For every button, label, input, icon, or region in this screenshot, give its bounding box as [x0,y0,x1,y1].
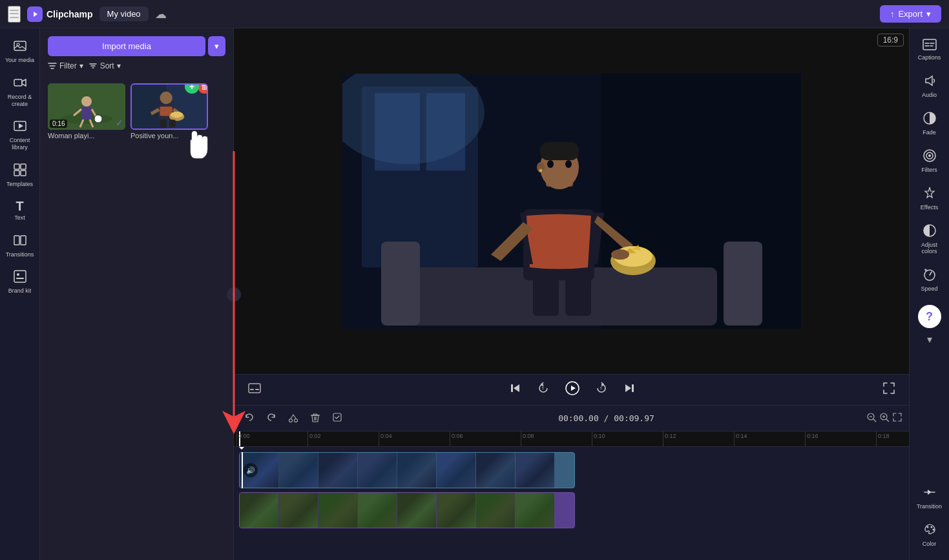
sidebar-item-your-media[interactable]: Your media [2,34,38,69]
clip-thumb-man-6 [437,453,475,488]
export-button[interactable]: ↑ Export ▾ [880,5,941,23]
svg-rect-7 [14,164,19,169]
media-panel: Import media ▾ Filter ▾ Sort ▾ [40,28,234,560]
video-preview [342,74,801,329]
sort-label: Sort [100,61,114,70]
svg-point-18 [81,96,92,107]
sidebar-item-templates[interactable]: Templates [2,158,38,193]
project-tab[interactable]: My video [99,6,149,21]
adjust-colors-icon [923,223,937,240]
zoom-out-button[interactable] [866,412,877,425]
ruler-tick-8: 0:08 [521,431,534,446]
fullscreen-button[interactable] [879,380,899,400]
save-clip-button[interactable] [328,410,346,428]
right-sidebar-item-filters[interactable]: Filters [912,143,948,178]
sidebar-item-label-record-create: Record & create [5,94,36,108]
filter-button[interactable]: Filter ▾ [48,61,83,70]
hamburger-menu-button[interactable]: ☰ [8,6,21,23]
right-sidebar-item-speed[interactable]: Speed [912,262,948,297]
timeline-ruler[interactable]: 0:00 0:02 0:04 0:06 0:08 0:10 0:12 0:14 … [234,431,909,447]
fit-timeline-button[interactable] [892,412,902,425]
track-content-2 [239,492,904,528]
redo-button[interactable] [262,410,280,428]
clip-thumb-man-2 [279,453,318,488]
effects-label: Effects [921,204,938,211]
sort-chevron: ▾ [117,61,121,70]
aspect-ratio-badge[interactable]: 16:9 [877,34,904,47]
undo-button[interactable] [240,410,258,428]
clip-thumb-woman-7 [476,493,515,528]
import-btn-row: Import media ▾ [48,36,225,56]
delete-clip-button[interactable] [306,410,324,428]
sidebar-item-transitions[interactable]: Transitions [2,228,38,264]
import-media-button[interactable]: Import media [48,36,205,56]
speed-label: Speed [921,285,937,292]
svg-point-53 [565,160,572,168]
svg-rect-32 [160,119,167,127]
import-dropdown-button[interactable]: ▾ [208,36,225,56]
skip-to-end-button[interactable] [620,380,639,400]
audio-icon [923,74,937,90]
forward-5s-button[interactable]: 5 [591,379,612,400]
transitions-icon [13,233,27,249]
sidebar-item-content-library[interactable]: Content library [2,114,38,156]
filters-label: Filters [921,167,937,173]
main-layout: Your media Record & create Content libra… [0,28,949,560]
app-title: Clipchamp [47,9,93,19]
help-button[interactable]: ? [918,305,941,328]
track-clip-woman[interactable] [239,492,575,528]
right-sidebar-bottom: Transition Color [912,480,948,552]
media-item-positive[interactable]: 🗑 + Add to timeline Positive youn... [130,83,208,140]
clip-thumb-man-5 [397,453,436,488]
right-sidebar-item-color[interactable]: Color [912,517,948,552]
sort-button[interactable]: Sort ▾ [89,61,121,70]
media-item-woman[interactable]: 0:16 ✓ Woman playi... [48,83,125,140]
brand-kit-icon [13,269,27,285]
text-icon: T [16,200,23,213]
svg-point-83 [930,526,932,528]
svg-rect-59 [249,384,260,393]
video-controls-center: 5 5 [506,379,639,402]
ruler-tick-2: 0:02 [308,431,321,446]
right-sidebar-item-fade[interactable]: Fade [912,106,948,141]
transition-icon [923,485,937,501]
collapse-panel-button[interactable]: ‹ [227,287,241,302]
media-check-woman: ✓ [116,118,123,128]
content-library-icon [13,119,27,135]
svg-text:5: 5 [542,386,544,390]
color-icon [923,523,937,539]
sidebar-item-record-create[interactable]: Record & create [2,70,38,113]
right-sidebar-item-effects[interactable]: Effects [912,181,948,216]
clip-thumb-woman-4 [358,493,397,528]
clip-thumb-strip-woman [240,493,574,528]
captions-icon [923,39,937,52]
right-sidebar-expand-button[interactable]: ▾ [927,333,932,346]
skip-to-start-button[interactable] [506,380,525,400]
transition-label: Transition [917,503,942,510]
speed-icon [923,267,937,284]
rewind-5s-button[interactable]: 5 [533,379,554,400]
svg-point-84 [932,529,934,531]
cut-button[interactable] [284,410,302,428]
svg-rect-11 [14,236,19,245]
right-sidebar-item-transition[interactable]: Transition [912,480,948,515]
right-sidebar-item-captions[interactable]: Captions [912,34,948,66]
subtitle-button[interactable] [244,380,265,399]
timeline-track-2 [239,492,904,528]
fade-icon [923,111,937,127]
svg-rect-44 [381,242,420,326]
media-panel-header: Import media ▾ Filter ▾ Sort ▾ [40,28,233,78]
play-pause-button[interactable] [561,379,583,402]
app-logo: Clipchamp [27,6,93,22]
filter-chevron: ▾ [79,61,83,70]
right-sidebar: Captions Audio Fade [909,28,949,560]
sidebar-item-brand-kit[interactable]: Brand kit [2,264,38,300]
playhead-diamond [237,447,246,450]
right-sidebar-item-audio[interactable]: Audio [912,68,948,103]
right-sidebar-item-adjust-colors[interactable]: Adjust colors [912,218,948,260]
svg-rect-72 [333,413,341,421]
media-grid: 0:16 ✓ Woman playi... [40,78,233,145]
track-clip-man[interactable]: 🔊 [239,452,575,488]
sidebar-item-text[interactable]: T Text [2,194,38,227]
zoom-in-button[interactable] [879,412,890,425]
